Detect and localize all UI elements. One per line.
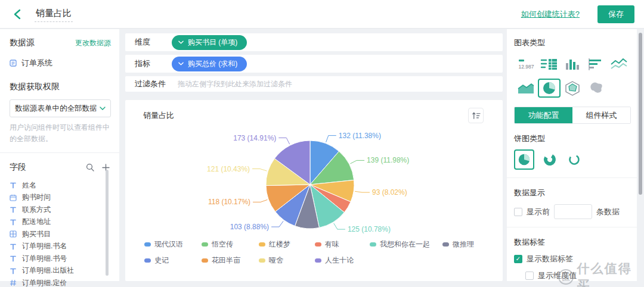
datasource-item[interactable]: 订单系统 [10, 58, 111, 68]
text-field-icon [10, 206, 17, 213]
permission-hint: 用户访问组件时可以查看组件中的全部数据。 [10, 122, 111, 144]
top-n-input[interactable] [554, 204, 592, 219]
checkbox-checked-icon[interactable]: ✓ [514, 255, 522, 263]
legend-item[interactable]: 悟空传 [202, 239, 259, 249]
sidebar: 数据源 更改数据源 订单系统 数据获取权限 数据源表单中的全部数据 用户访问组件… [0, 29, 119, 281]
chart-type-table[interactable] [538, 55, 561, 74]
pie-type-row [514, 149, 631, 170]
panel-divider [507, 227, 637, 227]
legend-item[interactable]: 微推理 [442, 239, 493, 249]
checkbox-row[interactable]: ✓显示数据标签 [514, 254, 631, 264]
page-scrollbar[interactable] [639, 33, 642, 195]
column-chart-icon [564, 57, 581, 71]
page-title[interactable]: 销量占比 [35, 7, 73, 22]
dimension-pill-label: 购买书目 (单项) [188, 38, 237, 48]
main-area: 维度 购买书目 (单项) 指标 购买总价 (求和) 过滤条件 拖动左侧字段到此处… [125, 29, 503, 281]
change-datasource-link[interactable]: 更改数据源 [75, 38, 111, 48]
legend-item[interactable]: 哑舍 [259, 255, 315, 266]
legend-dot [315, 258, 321, 263]
chart-legend: 现代汉语悟空传红楼梦有味我想和你在一起微推理史记花田半亩哑舍人生十论 [144, 239, 493, 266]
pie-type-ring[interactable] [565, 151, 583, 169]
metric-pill[interactable]: 购买总价 (求和) [172, 57, 247, 71]
pie-type-solid[interactable] [514, 149, 534, 170]
field-item[interactable]: 配送地址 [10, 216, 111, 229]
chart-type-bar[interactable] [584, 55, 607, 74]
field-item[interactable]: 购买书目 [10, 228, 111, 241]
chart-type-number-card[interactable]: 12.987 [515, 55, 537, 74]
pie-label-line [253, 199, 267, 202]
checkbox-unchecked-icon[interactable] [525, 272, 534, 280]
legend-dot [144, 258, 151, 263]
legend-label: 人生十论 [325, 255, 354, 266]
help-link[interactable]: 如何创建统计表? [521, 9, 580, 20]
chart-type-map[interactable] [584, 79, 607, 98]
chart-type-pie[interactable] [538, 79, 561, 98]
filter-placeholder: 拖动左侧字段到此处来添加过滤条件 [178, 79, 292, 89]
pie-label: 132 (11.38%) [339, 132, 381, 140]
search-icon[interactable] [85, 162, 95, 173]
legend-item[interactable]: 人生十论 [315, 255, 370, 266]
legend-item[interactable]: 我想和你在一起 [370, 239, 442, 249]
pie-label-line [278, 138, 289, 145]
back-button[interactable] [10, 7, 25, 22]
chart-card: 销量占比 132 (11.38%)139 (11.98%)93 (8.02%)1… [125, 100, 503, 281]
field-item[interactable]: 订单明细.书号 [10, 252, 111, 265]
field-label: 配送地址 [22, 217, 51, 227]
sort-button[interactable] [468, 108, 484, 123]
checkbox-label: 显示数据标签 [527, 254, 573, 264]
radar-chart-icon [564, 80, 581, 96]
form-icon [10, 60, 17, 67]
field-label: 购书时间 [22, 192, 51, 202]
metric-row: 指标 购买总价 (求和) [125, 55, 503, 73]
legend-item[interactable]: 史记 [144, 255, 202, 266]
field-item[interactable]: 订单明细.定价 [10, 277, 111, 287]
pie-type-donut[interactable] [541, 151, 559, 169]
svg-text:12.987: 12.987 [518, 64, 534, 70]
legend-item[interactable]: 有味 [315, 239, 370, 249]
field-item[interactable]: 订单明细.出版社 [10, 265, 111, 277]
pie-label: 93 (8.02%) [372, 188, 407, 196]
field-item[interactable]: 购书时间 [10, 192, 111, 204]
pie-label-line [271, 221, 283, 227]
checkbox-row[interactable]: 显示维度值 [525, 270, 631, 281]
text-field-icon [10, 255, 17, 262]
metric-pill-label: 购买总价 (求和) [188, 59, 237, 69]
tab-component-style[interactable]: 组件样式 [572, 107, 630, 123]
field-item[interactable]: 姓名 [10, 179, 111, 192]
pie-label: 118 (10.17%) [208, 198, 250, 206]
tab-function-config[interactable]: 功能配置 [515, 107, 572, 123]
show-top-row: 显示前 条数据 [514, 204, 631, 219]
fields-header: 字段 [10, 162, 111, 173]
legend-dot [442, 242, 449, 247]
text-field-icon [10, 182, 17, 189]
show-top-checkbox[interactable] [514, 208, 522, 216]
chart-type-radar[interactable] [561, 79, 584, 98]
pie-label-line [355, 191, 370, 192]
map-icon [587, 81, 604, 95]
field-item[interactable]: 联系方式 [10, 204, 111, 216]
chart-title: 销量占比 [143, 110, 174, 121]
permission-select[interactable]: 数据源表单中的全部数据 [10, 99, 111, 117]
legend-item[interactable]: 红楼梦 [259, 239, 315, 249]
text-field-icon [10, 267, 17, 274]
header: 销量占比 如何创建统计表? 保存 [0, 0, 644, 29]
legend-label: 红楼梦 [269, 239, 290, 249]
dimension-row: 维度 购买书目 (单项) [125, 33, 503, 51]
chart-type-column[interactable] [561, 55, 584, 74]
field-item[interactable]: 订单明细.书名 [10, 241, 111, 253]
fields-scrollbar[interactable] [106, 170, 109, 276]
filter-row[interactable]: 过滤条件 拖动左侧字段到此处来添加过滤条件 [125, 76, 503, 92]
pie-label-line [334, 223, 345, 229]
legend-dot [315, 242, 321, 247]
chart-type-area[interactable] [515, 79, 537, 98]
legend-item[interactable]: 花田半亩 [202, 255, 259, 266]
legend-item[interactable]: 现代汉语 [144, 239, 202, 249]
save-button[interactable]: 保存 [597, 5, 634, 23]
chart-type-title: 图表类型 [514, 38, 631, 48]
field-label: 订单明细.定价 [22, 278, 67, 287]
pie-label-line [252, 169, 267, 171]
dimension-pill[interactable]: 购买书目 (单项) [172, 35, 247, 50]
pie-label: 173 (14.91%) [233, 134, 276, 142]
line-chart-icon [610, 57, 628, 71]
chart-type-line[interactable] [608, 55, 630, 74]
